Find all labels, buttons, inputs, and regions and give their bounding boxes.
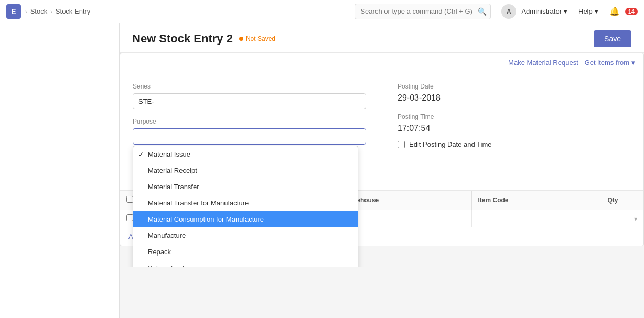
breadcrumb-chevron-1: ›: [25, 8, 27, 15]
th-qty: Qty: [571, 191, 625, 210]
not-saved-badge: Not Saved: [239, 35, 275, 42]
app-logo[interactable]: E: [6, 4, 21, 19]
form-right: Posting Date 29-03-2018 Posting Time 17:…: [398, 83, 631, 148]
main-content: Make Material Request Get items from ▾ S…: [120, 53, 644, 267]
purpose-input-wrap: ✓ Material Issue Material Receipt Materi…: [133, 128, 366, 145]
dropdown-item-repack[interactable]: Repack: [133, 244, 358, 260]
help-chevron-icon: ▾: [595, 7, 598, 15]
page-header: New Stock Entry 2 Not Saved Save: [120, 23, 644, 53]
dropdown-item-label: Repack: [148, 248, 171, 256]
series-group: Series: [133, 83, 366, 109]
card-toolbar: Make Material Request Get items from ▾: [120, 53, 643, 72]
content-card: Make Material Request Get items from ▾ S…: [120, 53, 644, 246]
nav-right: A Administrator ▾ Help ▾ 🔔 14: [501, 4, 638, 19]
form-section: Series Purpose ✓ Material Issue: [120, 72, 643, 159]
dropdown-item-material-receipt[interactable]: Material Receipt: [133, 162, 358, 179]
posting-date-value: 29-03-2018: [398, 93, 631, 103]
form-left: Series Purpose ✓ Material Issue: [133, 83, 366, 148]
search-input[interactable]: [355, 4, 491, 19]
posting-time-label: Posting Time: [398, 113, 631, 120]
admin-dropdown-button[interactable]: Administrator ▾: [521, 7, 567, 15]
page-title: New Stock Entry 2: [132, 32, 233, 46]
nav-divider-2: [604, 6, 604, 17]
admin-chevron-icon: ▾: [564, 7, 567, 15]
get-items-chevron-icon: ▾: [631, 59, 635, 67]
edit-posting-row: Edit Posting Date and Time: [398, 140, 631, 148]
posting-time-value: 17:07:54: [398, 124, 631, 133]
purpose-label: Purpose: [133, 118, 366, 125]
make-material-request-link[interactable]: Make Material Request: [508, 59, 578, 67]
navbar: E › Stock › Stock Entry 🔍 A Administrato…: [0, 0, 644, 23]
help-dropdown-button[interactable]: Help ▾: [578, 7, 598, 15]
dropdown-item-label: Material Transfer for Manufacture: [148, 199, 249, 207]
edit-posting-checkbox[interactable]: [398, 141, 405, 148]
td-row-actions: ▾: [625, 210, 643, 227]
check-mark-icon: ✓: [138, 151, 144, 158]
dropdown-item-subcontract[interactable]: Subcontract: [133, 260, 358, 267]
dropdown-item-material-transfer[interactable]: Material Transfer: [133, 179, 358, 195]
th-actions: [625, 191, 643, 210]
td-qty[interactable]: [571, 210, 625, 227]
th-item-code: Item Code: [471, 191, 571, 210]
purpose-input[interactable]: [133, 128, 366, 145]
not-saved-label: Not Saved: [246, 35, 275, 42]
dropdown-item-label: Manufacture: [148, 232, 186, 239]
posting-time-group: Posting Time 17:07:54: [398, 113, 631, 133]
edit-posting-label: Edit Posting Date and Time: [409, 140, 492, 148]
td-item-code[interactable]: [471, 210, 571, 227]
admin-label: Administrator: [521, 7, 562, 15]
purpose-dropdown: ✓ Material Issue Material Receipt Materi…: [133, 146, 358, 267]
dropdown-item-label: Subcontract: [148, 264, 184, 267]
breadcrumb-stock-entry[interactable]: Stock Entry: [56, 7, 90, 15]
row-expand-icon[interactable]: ▾: [634, 215, 637, 223]
save-button[interactable]: Save: [594, 30, 631, 47]
purpose-group: Purpose ✓ Material Issue Material Receip…: [133, 118, 366, 145]
search-icon: 🔍: [478, 7, 487, 16]
nav-divider-1: [573, 6, 573, 17]
dropdown-item-label: Material Receipt: [148, 167, 197, 174]
dropdown-item-material-issue[interactable]: ✓ Material Issue: [133, 146, 358, 162]
help-label: Help: [578, 7, 593, 15]
avatar[interactable]: A: [501, 4, 516, 19]
dropdown-item-material-consumption[interactable]: Material Consumption for Manufacture: [133, 211, 358, 227]
breadcrumb-chevron-2: ›: [50, 8, 52, 15]
search-wrap: 🔍: [355, 4, 491, 19]
dropdown-item-label: Material Issue: [148, 150, 190, 158]
not-saved-dot: [239, 37, 243, 41]
get-items-from-button[interactable]: Get items from ▾: [585, 59, 635, 67]
series-input[interactable]: [133, 93, 366, 109]
dropdown-item-material-transfer-manufacture[interactable]: Material Transfer for Manufacture: [133, 195, 358, 211]
dropdown-item-label: Material Transfer: [148, 183, 199, 191]
notification-badge[interactable]: 14: [625, 8, 638, 15]
posting-date-label: Posting Date: [398, 83, 631, 90]
posting-date-group: Posting Date 29-03-2018: [398, 83, 631, 103]
notification-bell-icon[interactable]: 🔔: [609, 6, 620, 16]
breadcrumb: › Stock › Stock Entry: [25, 7, 90, 15]
get-items-from-label: Get items from: [585, 59, 629, 67]
sidebar: [0, 23, 120, 267]
dropdown-item-label: Material Consumption for Manufacture: [148, 215, 264, 223]
series-label: Series: [133, 83, 366, 90]
breadcrumb-stock[interactable]: Stock: [30, 7, 48, 15]
dropdown-item-manufacture[interactable]: Manufacture: [133, 227, 358, 244]
